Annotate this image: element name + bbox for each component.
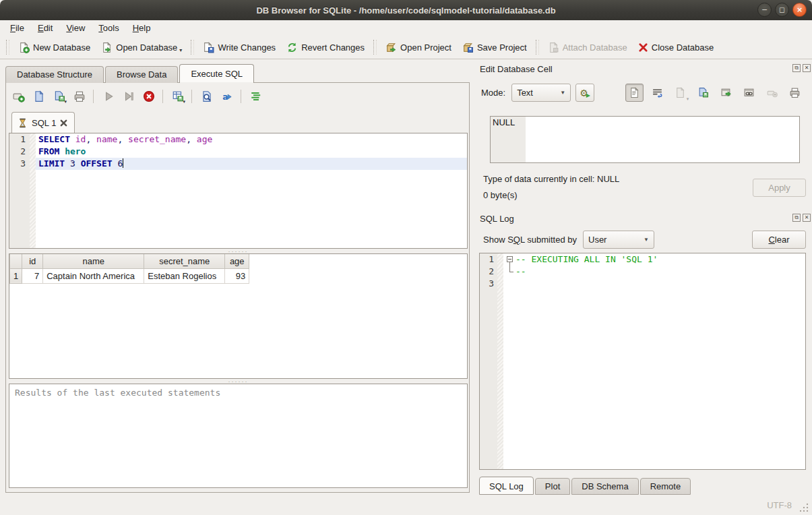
attach-database-icon [548,42,559,53]
tab-browse-data[interactable]: Browse Data [105,66,178,83]
cell-edit-area[interactable] [526,117,799,162]
menu-file[interactable]: File [4,22,30,34]
attach-database-button: Attach Database [542,38,633,57]
window-title: DB Browser for SQLite - /home/user/code/… [256,5,555,16]
open-project-button[interactable]: Open Project [380,38,457,57]
save-project-button[interactable]: Save Project [457,38,532,57]
row-number[interactable]: 1 [10,268,22,283]
sql-editor-tab[interactable]: SQL 1 [11,112,75,133]
sql-tab-label: SQL 1 [32,118,56,128]
submitter-select[interactable]: User ▼ [583,231,654,249]
menu-help[interactable]: Help [127,22,157,34]
minimize-button[interactable]: − [757,3,772,17]
code-line-current: 3 LIMIT 3 OFFSET 6 [9,158,467,170]
word-wrap-button[interactable] [648,84,666,102]
mode-select[interactable]: Text ▼ [511,84,571,102]
editor-results-splitter[interactable]: ······ [9,249,468,253]
open-external-icon [720,87,732,98]
apply-button: Apply [753,179,806,197]
close-tab-icon[interactable] [60,119,67,127]
tab-plot[interactable]: Plot [535,478,570,495]
autocomplete-button[interactable]: a [218,88,236,105]
cell-null-value: NULL [491,117,526,162]
toolbar-separator [162,90,164,103]
revert-changes-button[interactable]: Revert Changes [281,38,370,57]
open-database-button[interactable]: Open Database ▾ [96,38,187,57]
tab-db-schema[interactable]: DB Schema [571,478,638,495]
cell-value-editor[interactable]: NULL [490,116,800,163]
results-message-splitter[interactable]: ······ [9,379,468,384]
tab-remote[interactable]: Remote [640,478,691,495]
tab-sql-log[interactable]: SQL Log [479,477,534,495]
menu-tools[interactable]: Tools [92,22,125,34]
cell-age[interactable]: 93 [225,268,249,283]
execution-message-area[interactable]: Results of the last executed statements [9,384,468,488]
tab-execute-sql[interactable]: Execute SQL [179,64,254,83]
gutter [9,170,30,248]
tab-database-structure[interactable]: Database Structure [5,66,104,83]
results-grid[interactable]: id name secret_name age 1 7 Captain Nort… [9,253,468,379]
format-icon [250,90,262,102]
column-header-id[interactable]: id [22,254,43,268]
cell-name[interactable]: Captain North America [43,268,144,283]
execute-sql-panel: ▾ ▾ a SQL 1 1 SELECT id, name, secret_na… [5,82,470,493]
cell-id[interactable]: 7 [22,268,43,283]
sql-log-title: SQL Log [480,214,514,224]
menu-edit[interactable]: Edit [32,22,59,34]
float-panel-icon[interactable]: ⧉ [792,214,801,222]
save-results-button[interactable]: ▾ [169,88,187,105]
import-dropdown-icon: ▾ [687,96,689,102]
open-external-button[interactable] [717,84,735,102]
find-button[interactable] [198,88,216,105]
write-changes-button[interactable]: Write Changes [197,38,281,57]
clear-log-button[interactable]: Clear [752,231,806,249]
table-row[interactable]: 1 7 Captain North America Esteban Rogeli… [10,268,249,283]
close-panel-icon[interactable]: ✕ [803,64,811,72]
chevron-down-icon: ▼ [560,90,565,96]
close-button[interactable]: × [792,3,807,17]
column-header-age[interactable]: age [225,254,249,268]
export-data-button[interactable] [694,84,712,102]
print-sql-button[interactable] [71,88,88,105]
float-panel-icon[interactable]: ⧉ [792,64,801,72]
cell-size-info: 0 byte(s) [483,190,518,200]
edit-cell-dock-buttons: ⧉ ✕ [792,64,811,72]
close-panel-icon[interactable]: ✕ [803,214,811,222]
corner-header[interactable] [10,254,22,268]
menu-view[interactable]: View [60,22,91,34]
new-database-button[interactable]: New Database [13,38,96,57]
titlebar[interactable]: DB Browser for SQLite - /home/user/code/… [0,0,812,20]
column-header-secret-name[interactable]: secret_name [144,254,225,268]
format-sql-button[interactable] [247,88,265,105]
column-header-name[interactable]: name [43,254,144,268]
cell-secret-name[interactable]: Esteban Rogelios [144,268,225,283]
execute-all-button [100,88,117,105]
close-database-button[interactable]: Close Database [633,39,720,56]
open-sql-file-button[interactable] [30,88,48,105]
toolbar-separator [191,40,194,55]
toolbar-separator [373,40,377,55]
fold-marker[interactable] [505,253,516,266]
panel-splitter[interactable] [470,83,474,493]
open-database-dropdown-icon[interactable]: ▾ [179,47,182,53]
save-results-dropdown-icon[interactable]: ▾ [183,99,185,104]
fold-margin [30,158,36,170]
sql-log-editor[interactable]: 1 -- EXECUTING ALL IN 'SQL 1' 2 -- 3 [479,253,806,470]
open-project-icon [385,42,397,53]
encoding-indicator[interactable]: UTF-8 [767,500,792,510]
resize-grip[interactable] [800,503,809,512]
stop-execution-button[interactable] [140,88,158,105]
save-sql-file-button[interactable]: ▾ [51,88,68,105]
auto-apply-button[interactable]: ⚙ ▶ [575,84,594,102]
line-number: 2 [9,146,30,158]
save-sql-dropdown-icon[interactable]: ▾ [64,99,67,104]
write-changes-icon [203,42,214,53]
new-sql-tab-button[interactable] [10,88,28,105]
hourglass-icon [18,118,28,128]
fold-margin [30,170,36,248]
sql-code-editor[interactable]: 1 SELECT id, name, secret_name, age 2 FR… [9,133,468,249]
link-button[interactable] [740,84,758,102]
print-cell-button[interactable] [786,84,804,102]
text-mode-button[interactable] [625,84,644,102]
maximize-button[interactable]: ◻ [775,3,789,17]
